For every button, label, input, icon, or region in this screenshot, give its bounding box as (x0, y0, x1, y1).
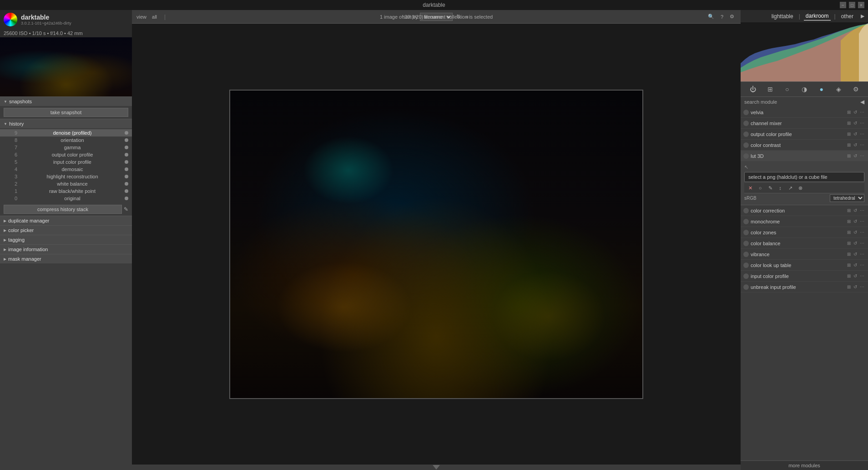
module-more-monochrome[interactable]: ⋯ (859, 219, 865, 224)
module-icon-color[interactable]: ● (815, 84, 828, 95)
lut3d-action-x2[interactable]: ⊗ (796, 184, 804, 192)
module-preset-monochrome[interactable]: ⊞ (846, 219, 852, 224)
module-icon-correct[interactable]: ◈ (832, 84, 845, 95)
module-toggle-output-color-profile[interactable] (743, 131, 749, 137)
tab-lighttable[interactable]: lighttable (770, 12, 795, 20)
module-reset-output-color-profile[interactable]: ↺ (853, 131, 858, 136)
module-reset-monochrome[interactable]: ↺ (853, 219, 858, 224)
module-preset-lut3d[interactable]: ⊞ (846, 153, 852, 158)
module-icon-circle[interactable]: ○ (781, 84, 793, 95)
history-item[interactable]: 6 output color profile (0, 151, 132, 158)
history-header[interactable]: ▼ history (0, 119, 132, 128)
module-preset-color-correction[interactable]: ⊞ (846, 208, 852, 213)
module-icon-whitebal[interactable]: ◑ (798, 84, 811, 95)
tab-other[interactable]: other (839, 12, 855, 20)
module-more-color-lut[interactable]: ⋯ (859, 263, 865, 268)
module-more-color-zones[interactable]: ⋯ (859, 230, 865, 235)
module-item-color-contrast[interactable]: color contrast ⊞ ↺ ⋯ (741, 140, 868, 151)
module-more-input-color-profile[interactable]: ⋯ (859, 273, 865, 278)
module-preset-color-zones[interactable]: ⊞ (846, 230, 852, 235)
module-more-velvia[interactable]: ⋯ (859, 110, 865, 115)
module-more-output-color-profile[interactable]: ⋯ (859, 131, 865, 136)
tab-darkroom[interactable]: darkroom (804, 12, 831, 20)
history-item[interactable]: 7 gamma (0, 144, 132, 151)
module-item-output-color-profile[interactable]: output color profile ⊞ ↺ ⋯ (741, 129, 868, 140)
module-toggle-lut3d[interactable] (743, 153, 749, 159)
module-item-monochrome[interactable]: monochrome ⊞ ↺ ⋯ (741, 216, 868, 227)
view-all-button[interactable]: all (150, 13, 159, 20)
module-toggle-vibrance[interactable] (743, 252, 749, 257)
close-button[interactable]: × (858, 2, 864, 8)
module-item-input-color-profile[interactable]: input color profile ⊞ ↺ ⋯ (741, 271, 868, 282)
module-preset-vibrance[interactable]: ⊞ (846, 252, 852, 257)
module-item-color-lut[interactable]: color look up table ⊞ ↺ ⋯ (741, 260, 868, 271)
module-more-color-contrast[interactable]: ⋯ (859, 142, 865, 147)
module-icon-power[interactable]: ⏻ (747, 84, 759, 95)
module-icon-gear[interactable]: ⚙ (849, 84, 862, 95)
module-toggle-channel-mixer[interactable] (743, 121, 749, 126)
module-reset-input-color-profile[interactable]: ↺ (853, 273, 858, 278)
history-item[interactable]: 3 highlight reconstruction (0, 173, 132, 180)
module-preset-color-contrast[interactable]: ⊞ (846, 142, 852, 147)
lut3d-action-circle[interactable]: ○ (756, 184, 764, 192)
bottom-arrow[interactable] (433, 465, 440, 470)
module-toggle-velvia[interactable] (743, 110, 749, 115)
module-more-color-correction[interactable]: ⋯ (859, 208, 865, 213)
module-more-lut3d[interactable]: ⋯ (859, 153, 865, 158)
snapshots-header[interactable]: ▼ snapshots (0, 96, 132, 106)
module-reset-lut3d[interactable]: ↺ (853, 153, 858, 158)
module-toggle-monochrome[interactable] (743, 219, 749, 224)
lut3d-action-updown[interactable]: ↕ (776, 184, 784, 192)
module-item-velvia[interactable]: velvia ⊞ ↺ ⋯ (741, 107, 868, 118)
thumbnail-image[interactable] (0, 37, 132, 96)
canvas-container[interactable] (132, 24, 741, 465)
history-item[interactable]: 4 demosaic (0, 166, 132, 173)
module-preset-channel-mixer[interactable]: ⊞ (846, 121, 852, 126)
module-more-color-balance[interactable]: ⋯ (859, 241, 865, 246)
module-item-unbreak-input-profile[interactable]: unbreak input profile ⊞ ↺ ⋯ (741, 282, 868, 293)
module-toggle-color-lut[interactable] (743, 263, 749, 268)
take-snapshot-button[interactable]: take snapshot (4, 108, 128, 117)
maximize-button[interactable]: □ (849, 2, 855, 8)
module-preset-input-color-profile[interactable]: ⊞ (846, 273, 852, 278)
module-reset-channel-mixer[interactable]: ↺ (853, 121, 858, 126)
minimize-button[interactable]: − (840, 2, 846, 8)
module-toggle-unbreak-input-profile[interactable] (743, 284, 749, 290)
module-toggle-input-color-profile[interactable] (743, 273, 749, 279)
help-icon[interactable]: ? (719, 13, 725, 20)
history-item[interactable]: 5 input color profile (0, 158, 132, 166)
module-item-vibrance[interactable]: vibrance ⊞ ↺ ⋯ (741, 249, 868, 260)
search-expand-button[interactable]: ◀ (860, 99, 864, 105)
panel-expand-button[interactable]: ▶ (861, 13, 864, 19)
module-preset-velvia[interactable]: ⊞ (846, 110, 852, 115)
lut3d-action-x[interactable]: ✕ (746, 184, 754, 192)
color-picker-header[interactable]: ▶ color picker (0, 225, 132, 235)
module-reset-color-balance[interactable]: ↺ (853, 241, 858, 246)
lut3d-action-pencil[interactable]: ✎ (766, 184, 774, 192)
history-item[interactable]: 8 orientation (0, 136, 132, 144)
module-reset-velvia[interactable]: ↺ (853, 110, 858, 115)
module-more-vibrance[interactable]: ⋯ (859, 252, 865, 257)
history-item[interactable]: 0 original (0, 195, 132, 202)
lut3d-interp-select[interactable]: tetrahedral trilinear pyramid (830, 194, 864, 202)
module-icon-preset[interactable]: ⊞ (764, 84, 777, 95)
history-item[interactable]: 9 denoise (profiled) (0, 129, 132, 136)
module-toggle-color-contrast[interactable] (743, 142, 749, 148)
module-preset-output-color-profile[interactable]: ⊞ (846, 131, 852, 136)
module-toggle-color-balance[interactable] (743, 241, 749, 246)
history-item[interactable]: 2 white balance (0, 180, 132, 187)
tagging-header[interactable]: ▶ tagging (0, 235, 132, 244)
settings-icon[interactable]: ⚙ (728, 13, 736, 20)
module-item-color-zones[interactable]: color zones ⊞ ↺ ⋯ (741, 227, 868, 238)
duplicate-manager-header[interactable]: ▶ duplicate manager (0, 216, 132, 225)
history-item[interactable]: 1 raw black/white point (0, 187, 132, 195)
module-more-unbreak-input-profile[interactable]: ⋯ (859, 284, 865, 289)
module-preset-color-lut[interactable]: ⊞ (846, 263, 852, 268)
module-toggle-color-zones[interactable] (743, 230, 749, 235)
module-toggle-color-correction[interactable] (743, 208, 749, 213)
module-reset-vibrance[interactable]: ↺ (853, 252, 858, 257)
more-modules-button[interactable]: more modules (741, 460, 868, 470)
module-reset-unbreak-input-profile[interactable]: ↺ (853, 284, 858, 289)
module-preset-color-balance[interactable]: ⊞ (846, 241, 852, 246)
module-reset-color-lut[interactable]: ↺ (853, 263, 858, 268)
